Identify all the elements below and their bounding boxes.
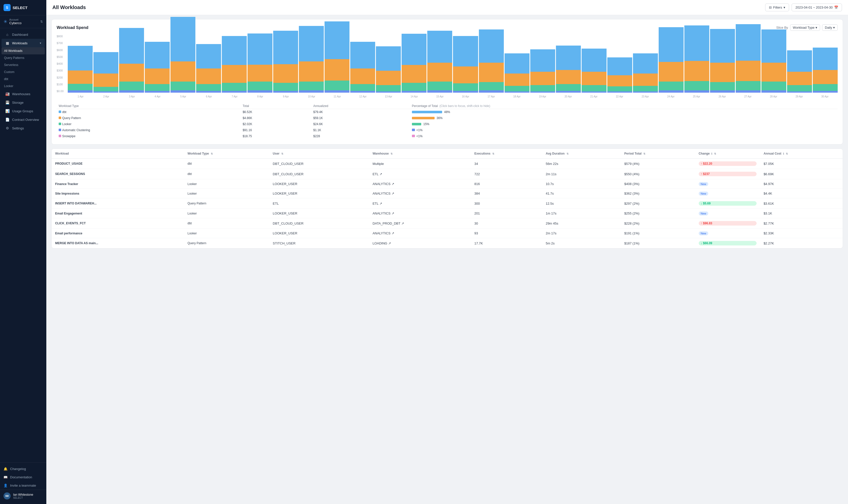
bar-segment bbox=[556, 70, 581, 84]
col-change[interactable]: Change ℹ ⇅ bbox=[695, 149, 760, 159]
table-row: Finance TrackerLookerLOOKER_USERANALYTIC… bbox=[52, 179, 843, 189]
bar-group[interactable] bbox=[556, 46, 581, 93]
executions-cell: 93 bbox=[471, 229, 542, 238]
bar-group[interactable] bbox=[658, 27, 684, 93]
bar-segment bbox=[479, 90, 504, 93]
bar-segment bbox=[427, 90, 452, 93]
col-executions[interactable]: Executions ⇅ bbox=[471, 149, 542, 159]
user-profile[interactable]: IW Ian Whitestone SELECT bbox=[0, 490, 46, 502]
bar-segment bbox=[93, 52, 118, 73]
bar-chart: $800 $700 $600 $500 $400 $300 $200 $100 … bbox=[57, 35, 838, 100]
bar-group[interactable] bbox=[222, 36, 247, 93]
sidebar-item-serverless[interactable]: Serverless bbox=[1, 61, 45, 69]
bar-group[interactable] bbox=[145, 42, 170, 93]
col-type[interactable]: Workload Type ⇅ bbox=[184, 149, 269, 159]
sidebar-item-workloads[interactable]: ▦ Workloads ▾ bbox=[1, 39, 45, 47]
bar-group[interactable] bbox=[710, 29, 735, 93]
workloads-table: Workload Workload Type ⇅ User ⇅ Warehous… bbox=[52, 149, 843, 248]
bar-group[interactable] bbox=[196, 44, 221, 93]
bar-group[interactable] bbox=[376, 46, 401, 93]
account-switcher[interactable]: ✳ Account Cyberco ⇅ bbox=[0, 15, 46, 28]
col-period-total[interactable]: Period Total ⇅ bbox=[621, 149, 695, 159]
bar-group[interactable] bbox=[350, 42, 375, 93]
bar-group[interactable] bbox=[761, 30, 786, 93]
sidebar-item-dbt[interactable]: dbt bbox=[1, 75, 45, 83]
bar-segment bbox=[556, 46, 581, 70]
sidebar-item-all-workloads[interactable]: All Workloads bbox=[1, 47, 45, 54]
sidebar-item-changelog[interactable]: 🔔 Changelog bbox=[0, 465, 46, 473]
legend-bar bbox=[412, 117, 435, 119]
bar-group[interactable] bbox=[299, 26, 324, 93]
sidebar-item-contract-overview[interactable]: 📄 Contract Overview bbox=[1, 115, 45, 124]
bar-group[interactable] bbox=[787, 50, 812, 93]
col-warehouse[interactable]: Warehouse ⇅ bbox=[369, 149, 471, 159]
bar-group[interactable] bbox=[93, 52, 118, 93]
sidebar-item-settings[interactable]: ⚙ Settings bbox=[1, 124, 45, 132]
change-cell: New bbox=[695, 209, 760, 218]
type-cell: Looker bbox=[184, 229, 269, 238]
workload-cell: MERGE INTO DATA AS main... bbox=[52, 238, 184, 249]
bar-segment bbox=[633, 91, 658, 93]
bar-group[interactable] bbox=[453, 36, 478, 93]
change-cell: ↑ $96.83 bbox=[695, 218, 760, 229]
col-avg-duration[interactable]: Avg Duration ⇅ bbox=[542, 149, 621, 159]
bar-group[interactable] bbox=[170, 17, 195, 93]
bar-group[interactable] bbox=[736, 24, 761, 93]
bar-group[interactable] bbox=[119, 28, 144, 93]
sidebar-item-warehouses[interactable]: 🏭 Warehouses bbox=[1, 90, 45, 98]
bar-group[interactable] bbox=[402, 34, 427, 93]
sidebar-item-looker[interactable]: Looker bbox=[1, 83, 45, 90]
bar-group[interactable] bbox=[633, 53, 658, 93]
period-total-cell: $191 (1%) bbox=[621, 229, 695, 238]
bar-group[interactable] bbox=[325, 21, 349, 93]
slice-by-dropdown[interactable]: Workload Type ▾ bbox=[790, 24, 820, 31]
chevron-down-icon: ▾ bbox=[815, 26, 817, 30]
x-label: 18 Apr bbox=[504, 95, 530, 100]
legend-color-dot bbox=[59, 135, 61, 137]
executions-cell: 34 bbox=[471, 159, 542, 169]
period-total-cell: $579 (4%) bbox=[621, 159, 695, 169]
type-cell: dbt bbox=[184, 159, 269, 169]
sidebar-item-query-patterns[interactable]: Query Patterns bbox=[1, 54, 45, 61]
change-cell: ↓ $5.69 bbox=[695, 198, 760, 209]
sidebar: S SELECT ✳ Account Cyberco ⇅ ⌂ Dashboard… bbox=[0, 0, 46, 504]
bar-group[interactable] bbox=[427, 31, 452, 93]
avg-duration-cell: 5m 2s bbox=[542, 238, 621, 249]
bar-segment bbox=[787, 85, 812, 91]
bar-segment bbox=[710, 82, 735, 91]
bar-segment bbox=[505, 53, 529, 73]
col-user[interactable]: User ⇅ bbox=[269, 149, 369, 159]
sidebar-item-storage[interactable]: 💾 Storage bbox=[1, 98, 45, 107]
bar-segment bbox=[68, 90, 93, 93]
avatar: IW bbox=[3, 492, 11, 500]
col-annual-cost[interactable]: Annual Cost ℹ ⇅ bbox=[760, 149, 843, 159]
annual-cost-cell: $2.33K bbox=[760, 229, 843, 238]
sidebar-item-documentation[interactable]: 📖 Documentation bbox=[0, 473, 46, 481]
bar-group[interactable] bbox=[607, 57, 632, 93]
chevron-updown-icon: ⇅ bbox=[40, 20, 43, 23]
documentation-icon: 📖 bbox=[3, 475, 7, 479]
sidebar-item-dashboard[interactable]: ⌂ Dashboard bbox=[1, 30, 45, 39]
bar-segment bbox=[813, 91, 838, 93]
bar-group[interactable] bbox=[68, 46, 93, 93]
y-axis: $800 $700 $600 $500 $400 $300 $200 $100 … bbox=[57, 35, 67, 93]
bar-group[interactable] bbox=[684, 25, 709, 93]
period-dropdown[interactable]: Daily ▾ bbox=[822, 24, 838, 31]
bar-group[interactable] bbox=[582, 49, 607, 93]
bar-group[interactable] bbox=[479, 30, 504, 93]
bar-group[interactable] bbox=[273, 31, 298, 93]
bar-group[interactable] bbox=[505, 53, 529, 93]
bar-group[interactable] bbox=[813, 48, 838, 93]
bar-segment bbox=[684, 25, 709, 61]
sidebar-item-invite[interactable]: 👤 Invite a teammate bbox=[0, 481, 46, 490]
sidebar-item-usage-groups[interactable]: 📊 Usage Groups bbox=[1, 107, 45, 115]
sidebar-item-custom[interactable]: Custom bbox=[1, 69, 45, 75]
bar-segment bbox=[582, 49, 607, 72]
date-range-picker[interactable]: 2023-04-01 ~ 2023-04-30 📅 bbox=[792, 3, 842, 11]
filters-button[interactable]: ⊟ Filters ▾ bbox=[765, 3, 789, 11]
sidebar-item-label: Warehouses bbox=[12, 92, 31, 96]
bar-group[interactable] bbox=[248, 34, 272, 93]
x-label: 6 Apr bbox=[196, 95, 222, 100]
bar-group[interactable] bbox=[530, 49, 555, 93]
user-cell: ETL bbox=[269, 198, 369, 209]
